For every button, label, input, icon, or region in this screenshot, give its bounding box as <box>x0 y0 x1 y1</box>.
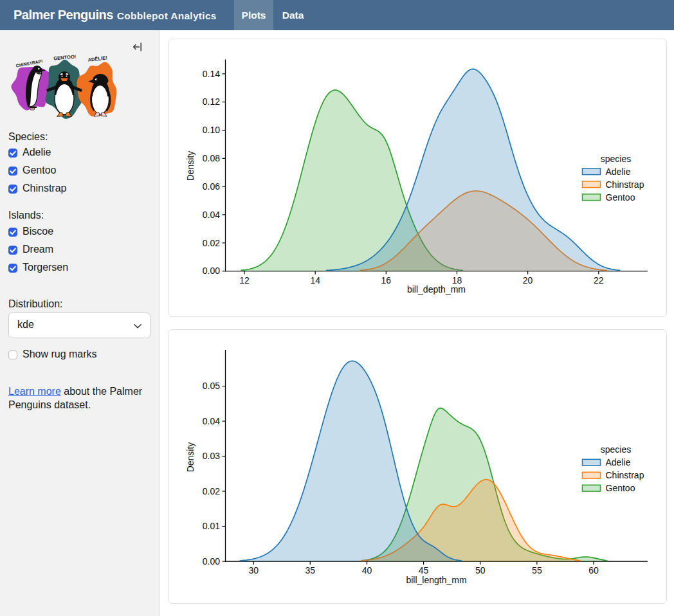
svg-text:bill_depth_mm: bill_depth_mm <box>407 284 466 294</box>
svg-text:0.00: 0.00 <box>203 266 220 276</box>
svg-text:Density: Density <box>185 442 196 473</box>
svg-text:species: species <box>601 154 631 164</box>
svg-text:0.04: 0.04 <box>203 416 220 426</box>
svg-text:Chinstrap: Chinstrap <box>606 470 644 480</box>
svg-text:GENTOO!: GENTOO! <box>53 53 77 61</box>
svg-text:0.14: 0.14 <box>203 69 220 79</box>
svg-text:Gentoo: Gentoo <box>606 483 635 493</box>
svg-text:0.08: 0.08 <box>203 153 220 163</box>
svg-text:Density: Density <box>185 151 196 181</box>
svg-text:ADĒLIE!: ADĒLIE! <box>87 55 107 63</box>
svg-text:55: 55 <box>532 565 542 575</box>
svg-text:0.05: 0.05 <box>203 381 220 391</box>
svg-text:0.00: 0.00 <box>203 556 220 566</box>
svg-text:0.03: 0.03 <box>203 451 220 461</box>
svg-text:50: 50 <box>475 565 486 575</box>
svg-text:16: 16 <box>381 275 392 285</box>
svg-text:Gentoo: Gentoo <box>606 192 635 203</box>
svg-text:20: 20 <box>523 275 533 285</box>
svg-text:bill_length_mm: bill_length_mm <box>406 575 466 585</box>
svg-text:35: 35 <box>305 565 316 575</box>
svg-text:Adelie: Adelie <box>606 457 631 467</box>
svg-text:14: 14 <box>310 275 320 285</box>
svg-text:0.06: 0.06 <box>203 181 220 192</box>
svg-text:Adelie: Adelie <box>606 167 631 177</box>
svg-text:0.10: 0.10 <box>203 125 220 135</box>
svg-text:Chinstrap: Chinstrap <box>606 179 644 190</box>
svg-text:0.12: 0.12 <box>203 96 220 107</box>
svg-text:species: species <box>601 444 631 455</box>
svg-text:0.04: 0.04 <box>203 210 220 220</box>
svg-text:22: 22 <box>594 275 604 285</box>
svg-text:60: 60 <box>588 565 599 575</box>
svg-text:0.02: 0.02 <box>203 238 220 248</box>
svg-text:12: 12 <box>239 275 250 285</box>
svg-text:40: 40 <box>362 565 372 575</box>
svg-text:30: 30 <box>248 565 259 575</box>
svg-text:0.02: 0.02 <box>203 486 220 496</box>
svg-text:0.01: 0.01 <box>203 521 220 531</box>
